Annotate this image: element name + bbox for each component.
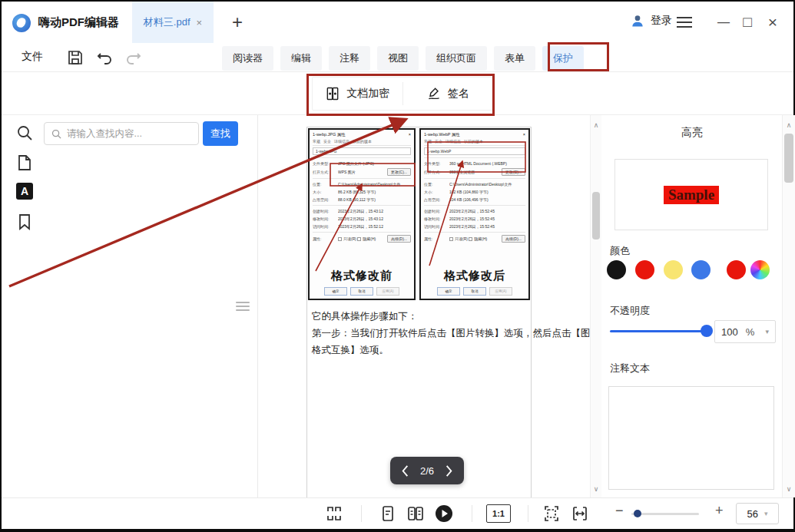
document-tab[interactable]: 材料三.pdf × <box>132 2 214 43</box>
page-navigator: 2/6 <box>390 457 464 484</box>
opacity-value-box[interactable]: 100 % ▾ <box>714 320 776 343</box>
search-field-icon <box>51 128 62 140</box>
minimize-button[interactable]: — <box>714 12 734 32</box>
panel-scrollbar-thumb[interactable] <box>784 134 793 183</box>
percent-sign: % <box>746 326 755 338</box>
opacity-dropdown-icon[interactable]: ▾ <box>765 328 769 335</box>
panel-scroll-down-icon[interactable]: ∨ <box>783 485 795 493</box>
slideshow-icon[interactable] <box>435 504 453 523</box>
login-button[interactable]: 登录 <box>630 13 672 28</box>
scroll-up-icon[interactable]: ∧ <box>591 121 601 129</box>
color-picker-wheel[interactable] <box>750 260 770 279</box>
actual-size-button[interactable]: 1:1 <box>486 504 511 523</box>
main-scrollbar-thumb[interactable] <box>592 192 600 240</box>
panel-title: 高亮 <box>602 126 782 140</box>
encrypt-label: 文档加密 <box>346 87 389 101</box>
app-title: 嗨动PDF编辑器 <box>38 15 119 30</box>
pdf-image-properties-after: 1-webp.WebP 属性× 常规安全 详细信息以前的版本 1-webp.We… <box>419 128 530 300</box>
zoom-value: 56 <box>747 508 758 520</box>
bookmark-icon[interactable] <box>15 213 34 231</box>
fit-page-icon[interactable] <box>542 504 561 523</box>
main-scrollbar[interactable]: ∧ ∨ <box>590 115 601 497</box>
search-input[interactable]: 请输入查找内容... <box>44 122 199 145</box>
color-swatch-red[interactable] <box>635 260 654 279</box>
user-icon <box>630 13 645 28</box>
save-icon[interactable] <box>66 48 84 67</box>
close-button[interactable]: × <box>763 12 783 32</box>
prev-page-icon[interactable] <box>401 465 409 477</box>
sign-label: 签名 <box>448 87 469 101</box>
left-icon-strip: A <box>2 115 44 497</box>
tab-view[interactable]: 视图 <box>377 46 419 71</box>
maximize-button[interactable]: □ <box>737 12 757 32</box>
tab-forms[interactable]: 表单 <box>494 46 535 71</box>
pdf-paragraph: 格式互换】选项。 <box>312 344 389 357</box>
signature-icon <box>426 86 442 101</box>
find-button[interactable]: 查找 <box>203 121 238 146</box>
tab-reader[interactable]: 阅读器 <box>222 46 273 71</box>
pdf-page[interactable]: 1-webp.JPG 属性× 常规安全 详细信息以前的版本 1-webp.JPG… <box>306 127 532 497</box>
tab-protect[interactable]: 保护 <box>542 46 584 71</box>
page-indicator: 2/6 <box>420 465 434 477</box>
panel-scrollbar[interactable]: ∧ ∨ <box>782 115 795 497</box>
document-tab-label: 材料三.pdf <box>144 15 190 29</box>
note-label: 注释文本 <box>610 362 650 375</box>
note-textarea[interactable] <box>608 386 774 490</box>
protect-tools-group: 文档加密 签名 <box>312 77 493 111</box>
bottom-divider <box>361 505 362 522</box>
scroll-down-icon[interactable]: ∨ <box>591 485 601 493</box>
menu-icon[interactable] <box>677 17 692 28</box>
panel-scroll-up-icon[interactable]: ∧ <box>783 121 795 129</box>
bottom-toolbar: 1:1 − + 56 ▾ <box>2 497 793 529</box>
pdf-viewport: 1-webp.JPG 属性× 常规安全 详细信息以前的版本 1-webp.JPG… <box>258 115 591 497</box>
annotations-icon[interactable]: A <box>16 183 33 200</box>
scroll-mode-icon[interactable] <box>325 504 343 523</box>
tab-annotate[interactable]: 注释 <box>329 46 370 71</box>
opacity-slider[interactable] <box>610 330 708 332</box>
search-icon[interactable] <box>15 124 34 142</box>
color-swatch-blue[interactable] <box>691 260 711 279</box>
color-label: 颜色 <box>610 244 630 258</box>
opacity-value: 100 <box>721 326 738 338</box>
next-page-icon[interactable] <box>445 465 453 477</box>
bottom-divider <box>528 505 528 522</box>
color-swatch-yellow[interactable] <box>664 260 683 279</box>
zoom-out-button[interactable]: − <box>615 503 624 519</box>
new-tab-button[interactable]: + <box>227 12 247 33</box>
single-page-icon[interactable] <box>379 504 397 523</box>
zoom-slider[interactable] <box>631 513 699 515</box>
color-swatch-black[interactable] <box>607 260 626 279</box>
app-logo-icon <box>12 14 31 32</box>
pdf-paragraph: 第一步：当我们打开软件后点击【图片转换】选项，然后点击【图片 <box>312 327 591 340</box>
encrypt-icon <box>325 86 340 101</box>
login-label: 登录 <box>651 14 672 28</box>
color-swatch-current[interactable] <box>727 260 746 279</box>
opacity-label: 不透明度 <box>610 304 650 318</box>
file-menu-button[interactable]: 文件 <box>22 50 43 64</box>
titlebar: 嗨动PDF编辑器 材料三.pdf × + 登录 — □ × <box>2 2 793 43</box>
zoom-slider-thumb[interactable] <box>634 510 641 517</box>
panel-resize-handle[interactable] <box>236 302 250 311</box>
pdf-image-properties-before: 1-webp.JPG 属性× 常规安全 详细信息以前的版本 1-webp.JPG… <box>308 128 416 300</box>
zoom-in-button[interactable]: + <box>715 503 724 519</box>
annotation-properties-panel: 高亮 Sample 颜色 不透明度 100 % ▾ 注释文本 <box>602 115 782 497</box>
bottom-divider <box>472 505 472 522</box>
thumbnails-icon[interactable] <box>15 154 34 172</box>
redo-icon[interactable] <box>124 48 143 67</box>
caption-before: 格式修改前 <box>313 269 411 283</box>
two-page-icon[interactable] <box>406 504 425 523</box>
pdf-paragraph: 它的具体操作步骤如下： <box>312 310 418 323</box>
tab-edit[interactable]: 编辑 <box>280 46 322 71</box>
tab-close-icon[interactable]: × <box>197 17 203 28</box>
zoom-value-box[interactable]: 56 ▾ <box>736 503 779 524</box>
fit-width-icon[interactable] <box>571 504 589 523</box>
zoom-dropdown-icon[interactable]: ▾ <box>764 510 768 517</box>
highlight-preview: Sample <box>614 159 768 230</box>
encrypt-document-button[interactable]: 文档加密 <box>313 78 402 110</box>
opacity-slider-thumb[interactable] <box>701 325 713 337</box>
tab-organize-pages[interactable]: 组织页面 <box>426 46 487 71</box>
content-area: A 请输入查找内容... 查找 1-webp.JPG 属性× 常规安全 详 <box>2 115 793 497</box>
sign-button[interactable]: 签名 <box>403 78 493 110</box>
protect-subtoolbar: 文档加密 签名 <box>2 72 793 115</box>
undo-icon[interactable] <box>95 48 114 67</box>
